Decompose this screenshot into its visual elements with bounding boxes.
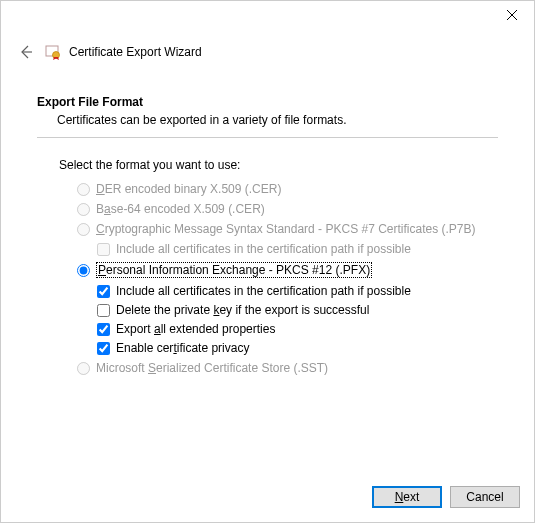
cancel-button[interactable]: Cancel: [450, 486, 520, 508]
radio-sst: Microsoft Serialized Certificate Store (…: [77, 361, 498, 375]
radio-der: DER encoded binary X.509 (.CER): [77, 182, 498, 196]
check-pfx-privacy[interactable]: Enable certificate privacy: [97, 341, 498, 355]
radio-pkcs7-input: [77, 223, 90, 236]
next-button[interactable]: Next: [372, 486, 442, 508]
format-prompt: Select the format you want to use:: [59, 158, 498, 172]
radio-pfx[interactable]: Personal Information Exchange - PKCS #12…: [77, 262, 498, 278]
radio-der-input: [77, 183, 90, 196]
close-button[interactable]: [489, 1, 534, 29]
check-pfx-privacy-input[interactable]: [97, 342, 110, 355]
check-pfx-ext[interactable]: Export all extended properties: [97, 322, 498, 336]
certificate-icon: [45, 44, 61, 60]
radio-base64-label: Base-64 encoded X.509 (.CER): [96, 202, 265, 216]
section-subtitle: Certificates can be exported in a variet…: [37, 109, 498, 137]
radio-pkcs7-label: Cryptographic Message Syntax Standard - …: [96, 222, 476, 236]
radio-der-label: DER encoded binary X.509 (.CER): [96, 182, 281, 196]
check-pfx-delete[interactable]: Delete the private key if the export is …: [97, 303, 498, 317]
check-pkcs7-include-input: [97, 243, 110, 256]
radio-base64-input: [77, 203, 90, 216]
wizard-title: Certificate Export Wizard: [69, 45, 202, 59]
back-button[interactable]: [17, 43, 35, 61]
divider: [37, 137, 498, 138]
check-pkcs7-include-label: Include all certificates in the certific…: [116, 242, 411, 256]
check-pfx-ext-input[interactable]: [97, 323, 110, 336]
radio-base64: Base-64 encoded X.509 (.CER): [77, 202, 498, 216]
check-pfx-delete-input[interactable]: [97, 304, 110, 317]
check-pfx-include-input[interactable]: [97, 285, 110, 298]
check-pfx-include-label[interactable]: Include all certificates in the certific…: [116, 284, 411, 298]
radio-pfx-label[interactable]: Personal Information Exchange - PKCS #12…: [96, 262, 372, 278]
check-pfx-ext-label[interactable]: Export all extended properties: [116, 322, 275, 336]
radio-sst-label: Microsoft Serialized Certificate Store (…: [96, 361, 328, 375]
check-pfx-delete-label[interactable]: Delete the private key if the export is …: [116, 303, 369, 317]
radio-pfx-input[interactable]: [77, 264, 90, 277]
section-title: Export File Format: [37, 95, 498, 109]
close-icon: [507, 10, 517, 20]
back-arrow-icon: [18, 44, 34, 60]
radio-pkcs7: Cryptographic Message Syntax Standard - …: [77, 222, 498, 236]
check-pfx-privacy-label[interactable]: Enable certificate privacy: [116, 341, 249, 355]
check-pkcs7-include: Include all certificates in the certific…: [97, 242, 498, 256]
radio-sst-input: [77, 362, 90, 375]
check-pfx-include[interactable]: Include all certificates in the certific…: [97, 284, 498, 298]
